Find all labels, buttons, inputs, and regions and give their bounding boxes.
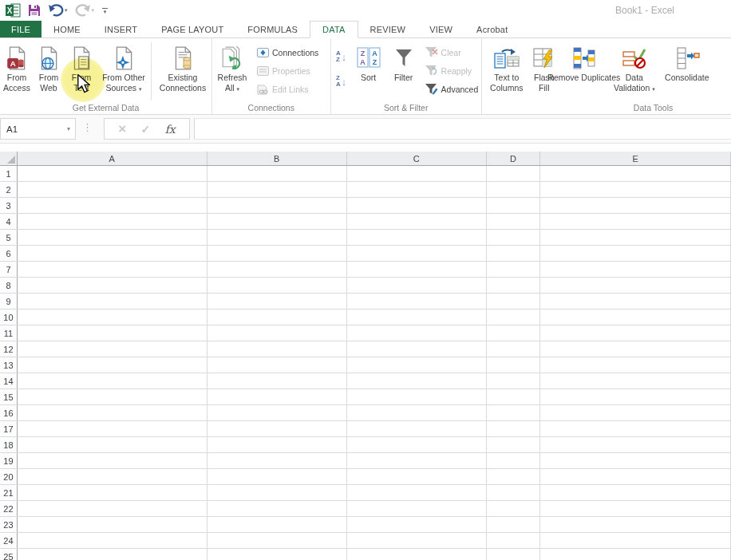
cell-A21[interactable]: [18, 485, 207, 500]
cell-A13[interactable]: [18, 357, 207, 373]
connections-button[interactable]: Connections: [257, 46, 318, 59]
cell-A22[interactable]: [18, 501, 207, 516]
cell-D2[interactable]: [487, 182, 541, 197]
cell-E3[interactable]: [540, 198, 731, 213]
cell-B5[interactable]: [207, 230, 347, 245]
filter-button[interactable]: Filter: [385, 40, 422, 101]
cell-D9[interactable]: [487, 294, 541, 309]
cell-E8[interactable]: [540, 278, 731, 293]
cell-D6[interactable]: [487, 246, 541, 261]
cell-C25[interactable]: [347, 549, 487, 560]
cell-B2[interactable]: [207, 182, 347, 197]
cell-D23[interactable]: [487, 517, 541, 532]
cell-E2[interactable]: [540, 182, 731, 197]
insert-function-icon[interactable]: fx: [165, 123, 176, 136]
cell-E19[interactable]: [540, 453, 731, 468]
from-access-button[interactable]: A From Access: [0, 40, 34, 101]
cell-B3[interactable]: [207, 198, 347, 213]
row-header[interactable]: 2: [0, 182, 18, 197]
cell-E11[interactable]: [540, 325, 731, 341]
cell-B22[interactable]: [207, 501, 347, 516]
row-header[interactable]: 8: [0, 278, 18, 293]
cell-C22[interactable]: [347, 501, 487, 516]
cell-E14[interactable]: [540, 373, 731, 388]
cell-B10[interactable]: [207, 310, 347, 325]
row-header[interactable]: 13: [0, 357, 18, 373]
cell-B25[interactable]: [207, 549, 347, 560]
cell-A6[interactable]: [18, 246, 207, 261]
cell-C10[interactable]: [347, 310, 487, 325]
cell-D20[interactable]: [487, 469, 541, 484]
cell-C19[interactable]: [347, 453, 487, 468]
row-header[interactable]: 25: [0, 549, 18, 560]
column-header[interactable]: B: [207, 152, 347, 165]
row-header[interactable]: 21: [0, 485, 18, 500]
cell-D25[interactable]: [487, 549, 541, 560]
cell-B13[interactable]: [207, 357, 347, 373]
save-icon[interactable]: [26, 2, 43, 19]
existing-connections-button[interactable]: Existing Connections: [154, 40, 211, 101]
row-header[interactable]: 14: [0, 373, 18, 388]
tab-data[interactable]: DATA: [310, 21, 358, 38]
reapply-filter-button[interactable]: Reapply: [425, 65, 479, 77]
cell-C5[interactable]: [347, 230, 487, 245]
row-header[interactable]: 18: [0, 437, 18, 452]
cell-E22[interactable]: [540, 501, 731, 516]
cell-A19[interactable]: [18, 453, 207, 468]
column-header[interactable]: D: [487, 152, 541, 165]
cell-E20[interactable]: [540, 469, 731, 484]
cell-E7[interactable]: [540, 262, 731, 277]
cell-D17[interactable]: [487, 421, 541, 436]
cell-E4[interactable]: [540, 214, 731, 229]
cell-A3[interactable]: [18, 198, 207, 213]
cell-E6[interactable]: [540, 246, 731, 261]
row-header[interactable]: 3: [0, 198, 18, 213]
cell-A9[interactable]: [18, 294, 207, 309]
row-header[interactable]: 4: [0, 214, 18, 229]
cell-E25[interactable]: [540, 549, 731, 560]
enter-icon[interactable]: ✓: [141, 123, 151, 136]
cell-A11[interactable]: [18, 325, 207, 341]
cell-D22[interactable]: [487, 501, 541, 516]
cell-B16[interactable]: [207, 405, 347, 420]
tab-acrobat[interactable]: Acrobat: [464, 21, 520, 37]
cell-A4[interactable]: [18, 214, 207, 229]
excel-logo-icon[interactable]: X: [3, 2, 23, 19]
cell-D3[interactable]: [487, 198, 541, 213]
column-header[interactable]: E: [540, 152, 731, 165]
cell-E15[interactable]: [540, 389, 731, 404]
row-header[interactable]: 19: [0, 453, 18, 468]
cell-D8[interactable]: [487, 278, 541, 293]
consolidate-button[interactable]: Consolidate: [659, 40, 715, 101]
row-header[interactable]: 15: [0, 389, 18, 404]
cell-A23[interactable]: [18, 517, 207, 532]
cell-A25[interactable]: [18, 549, 207, 560]
tab-page-layout[interactable]: PAGE LAYOUT: [149, 21, 235, 37]
cell-A24[interactable]: [18, 533, 207, 548]
clear-filter-button[interactable]: Clear: [425, 46, 479, 59]
row-header[interactable]: 6: [0, 246, 18, 261]
sort-ascending-button[interactable]: AZ ↓: [333, 47, 350, 66]
flash-fill-button[interactable]: Flash Fill: [530, 40, 559, 101]
cell-B4[interactable]: [207, 214, 347, 229]
cell-D18[interactable]: [487, 437, 541, 452]
cell-C1[interactable]: [347, 166, 487, 181]
cell-B15[interactable]: [207, 389, 347, 404]
cell-E18[interactable]: [540, 437, 731, 452]
cell-C13[interactable]: [347, 357, 487, 373]
row-header[interactable]: 10: [0, 310, 18, 325]
cell-D1[interactable]: [487, 166, 541, 181]
cell-A14[interactable]: [18, 373, 207, 388]
sort-descending-button[interactable]: ZA ↓: [333, 72, 350, 91]
row-header[interactable]: 1: [0, 166, 18, 181]
cell-E1[interactable]: [540, 166, 731, 181]
cell-A17[interactable]: [18, 421, 207, 436]
tab-insert[interactable]: INSERT: [93, 21, 149, 37]
cell-C14[interactable]: [347, 373, 487, 388]
cell-C11[interactable]: [347, 325, 487, 341]
cell-C20[interactable]: [347, 469, 487, 484]
cell-C12[interactable]: [347, 341, 487, 357]
cell-B12[interactable]: [207, 341, 347, 357]
row-header[interactable]: 24: [0, 533, 18, 548]
row-header[interactable]: 16: [0, 405, 18, 420]
